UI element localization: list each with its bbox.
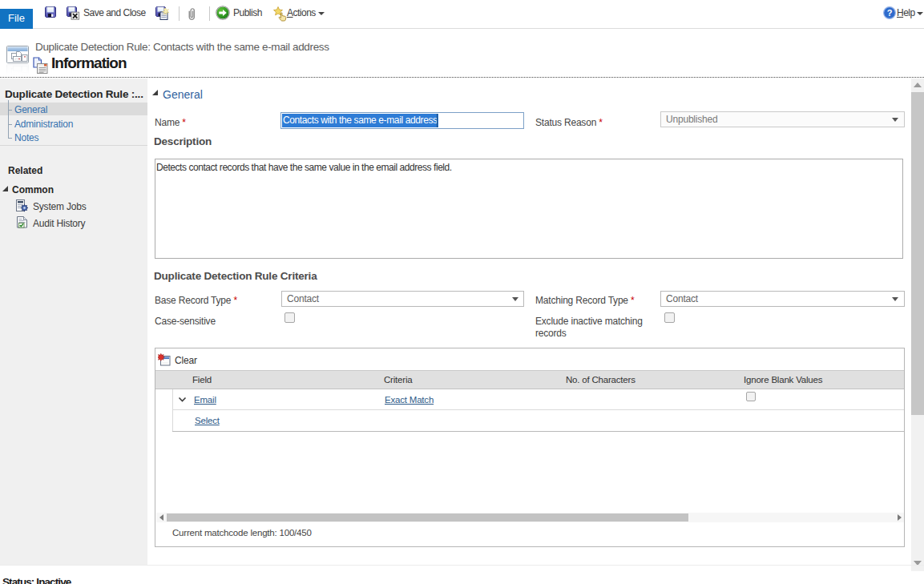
svg-text:?: ? — [887, 8, 893, 18]
